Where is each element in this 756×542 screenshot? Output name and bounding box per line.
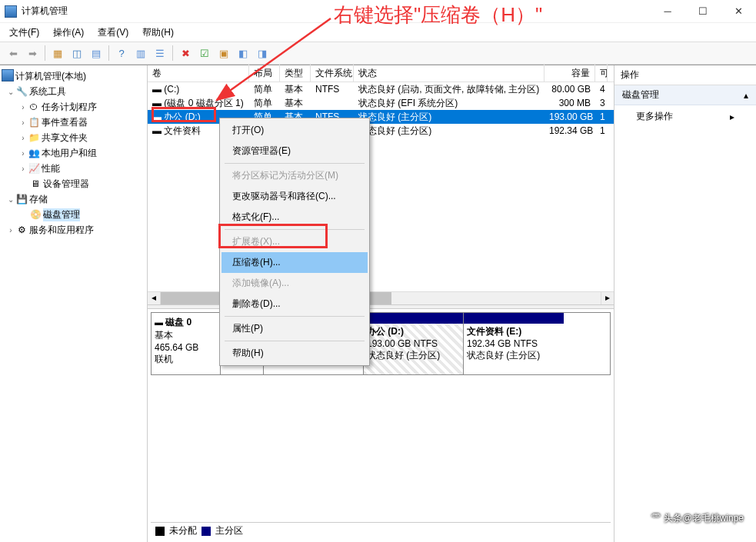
- separator: [225, 316, 365, 317]
- toolbar-icon[interactable]: ✖: [177, 45, 194, 62]
- actions-panel: 操作 磁盘管理▴ 更多操作▸: [614, 65, 756, 542]
- volume-row[interactable]: ▬ 办公 (D:) 简单 基本 NTFS 状态良好 (主分区) 193.00 G…: [148, 110, 614, 124]
- toolbar-icon[interactable]: ◫: [68, 45, 85, 62]
- volume-list[interactable]: ▬ (C:) 简单 基本 NTFS 状态良好 (启动, 页面文件, 故障转储, …: [148, 82, 614, 291]
- legend: 未分配 主分区: [151, 522, 611, 539]
- menu-view[interactable]: 查看(V): [95, 25, 132, 41]
- col-capacity[interactable]: 容量: [545, 65, 595, 82]
- separator: [45, 45, 45, 61]
- tree-services[interactable]: ›⚙服务和应用程序: [0, 222, 147, 238]
- toolbar: ⬅ ➡ ▦ ◫ ▤ ? ▥ ☰ ✖ ☑ ▣ ◧ ◨: [0, 42, 756, 65]
- separator: [225, 341, 365, 341]
- nav-tree[interactable]: 计算机管理(本地) ⌄🔧系统工具 ›⏲任务计划程序 ›📋事件查看器 ›📁共享文件…: [0, 65, 148, 542]
- tree-systools[interactable]: ⌄🔧系统工具: [0, 84, 147, 99]
- toolbar-icon[interactable]: ☰: [152, 45, 168, 62]
- col-fs[interactable]: 文件系统: [311, 65, 354, 82]
- col-volume[interactable]: 卷: [148, 65, 249, 82]
- separator: [225, 163, 365, 164]
- cm-format[interactable]: 格式化(F)...: [221, 207, 368, 228]
- actions-diskmgmt[interactable]: 磁盘管理▴: [614, 85, 756, 105]
- cm-help[interactable]: 帮助(H): [221, 343, 368, 364]
- nav-forward-button[interactable]: ➡: [24, 45, 41, 62]
- cm-open[interactable]: 打开(O): [221, 120, 368, 141]
- separator: [108, 45, 109, 61]
- context-menu[interactable]: 打开(O) 资源管理器(E) 将分区标记为活动分区(M) 更改驱动器号和路径(C…: [219, 118, 370, 366]
- toolbar-icon[interactable]: ☑: [196, 45, 213, 62]
- toolbar-icon[interactable]: ▤: [88, 45, 105, 62]
- tree-shared[interactable]: ›📁共享文件夹: [0, 130, 147, 145]
- toolbar-icon[interactable]: ▣: [215, 45, 232, 62]
- menu-action[interactable]: 操作(A): [50, 25, 87, 41]
- col-free[interactable]: 可: [595, 65, 608, 82]
- volume-table-header[interactable]: 卷 布局 类型 文件系统 状态 容量 可: [148, 65, 614, 82]
- cm-shrink[interactable]: 压缩卷(H)...: [221, 252, 368, 273]
- app-icon: [5, 5, 17, 18]
- maximize-button[interactable]: ☐: [685, 0, 721, 23]
- cm-change-letter[interactable]: 更改驱动器号和路径(C)...: [221, 186, 368, 207]
- toolbar-icon[interactable]: ▦: [49, 45, 66, 62]
- main-panel: 计算机管理(本地) ⌄🔧系统工具 ›⏲任务计划程序 ›📋事件查看器 ›📁共享文件…: [0, 65, 756, 542]
- disk-graphic-panel: ▬ 磁盘 0 基本 465.64 GB 联机 300 MB 状态良好 ( (C:…: [148, 309, 614, 542]
- tree-task[interactable]: ›⏲任务计划程序: [0, 99, 147, 115]
- tree-devmgr[interactable]: 🖥设备管理器: [0, 176, 147, 191]
- volume-row[interactable]: ▬ (磁盘 0 磁盘分区 1) 简单 基本 状态良好 (EFI 系统分区) 30…: [148, 96, 614, 110]
- tree-storage[interactable]: ⌄💾存储: [0, 191, 147, 207]
- tree-diskmgmt[interactable]: 📀磁盘管理: [0, 207, 147, 222]
- legend-unalloc: 未分配: [169, 524, 197, 537]
- col-status[interactable]: 状态: [354, 65, 545, 82]
- partition-selected[interactable]: 办公 (D:) 193.00 GB NTFS 状态良好 (主分区): [364, 313, 464, 374]
- minimize-button[interactable]: ─: [650, 0, 685, 23]
- collapse-icon: ▴: [744, 90, 748, 101]
- col-layout[interactable]: 布局: [249, 65, 280, 82]
- cm-extend[interactable]: 扩展卷(X)...: [221, 231, 368, 252]
- tree-perf[interactable]: ›📈性能: [0, 161, 147, 176]
- disk-info[interactable]: ▬ 磁盘 0 基本 465.64 GB 联机: [152, 313, 221, 374]
- toolbar-icon[interactable]: ▥: [132, 45, 149, 62]
- legend-swatch: [155, 527, 165, 536]
- partition[interactable]: 文件资料 (E:) 192.34 GB NTFS 状态良好 (主分区): [464, 313, 564, 374]
- cm-mirror[interactable]: 添加镜像(A)...: [221, 273, 368, 294]
- cm-mark-active[interactable]: 将分区标记为活动分区(M): [221, 165, 368, 186]
- volume-row[interactable]: ▬ (C:) 简单 基本 NTFS 状态良好 (启动, 页面文件, 故障转储, …: [148, 82, 614, 96]
- cm-properties[interactable]: 属性(P): [221, 318, 368, 339]
- chevron-right-icon: ▸: [730, 111, 734, 122]
- close-button[interactable]: ✕: [721, 0, 756, 23]
- actions-more[interactable]: 更多操作▸: [614, 105, 756, 128]
- watermark-icon: ⻗: [651, 512, 661, 525]
- toolbar-icon[interactable]: ◧: [235, 45, 251, 62]
- actions-header: 操作: [614, 65, 756, 85]
- menu-help[interactable]: 帮助(H): [139, 25, 177, 41]
- center-panel: 卷 布局 类型 文件系统 状态 容量 可 ▬ (C:) 简单 基本 NTFS 状…: [148, 65, 614, 542]
- tree-root[interactable]: 计算机管理(本地): [0, 68, 147, 84]
- cm-delete[interactable]: 删除卷(D)...: [221, 294, 368, 314]
- watermark: ⻗ 头条@老毛桃winpe: [651, 512, 744, 525]
- toolbar-icon[interactable]: ◨: [254, 45, 271, 62]
- tree-event[interactable]: ›📋事件查看器: [0, 115, 147, 130]
- nav-back-button[interactable]: ⬅: [5, 45, 22, 62]
- tree-users[interactable]: ›👥本地用户和组: [0, 145, 147, 161]
- window-title: 计算机管理: [22, 5, 68, 18]
- h-scrollbar[interactable]: ◂ ▸: [148, 291, 614, 304]
- separator: [172, 45, 173, 61]
- legend-swatch: [201, 527, 211, 536]
- cm-explorer[interactable]: 资源管理器(E): [221, 141, 368, 161]
- annotation-text: 右键选择"压缩卷（H）": [334, 2, 542, 28]
- menu-file[interactable]: 文件(F): [6, 25, 42, 41]
- volume-row[interactable]: ▬ 文件资料 简单 基本 NTFS 状态良好 (主分区) 192.34 GB 1: [148, 124, 614, 138]
- toolbar-icon[interactable]: ?: [113, 45, 130, 62]
- legend-primary: 主分区: [215, 524, 243, 537]
- separator: [225, 229, 365, 230]
- col-type[interactable]: 类型: [280, 65, 311, 82]
